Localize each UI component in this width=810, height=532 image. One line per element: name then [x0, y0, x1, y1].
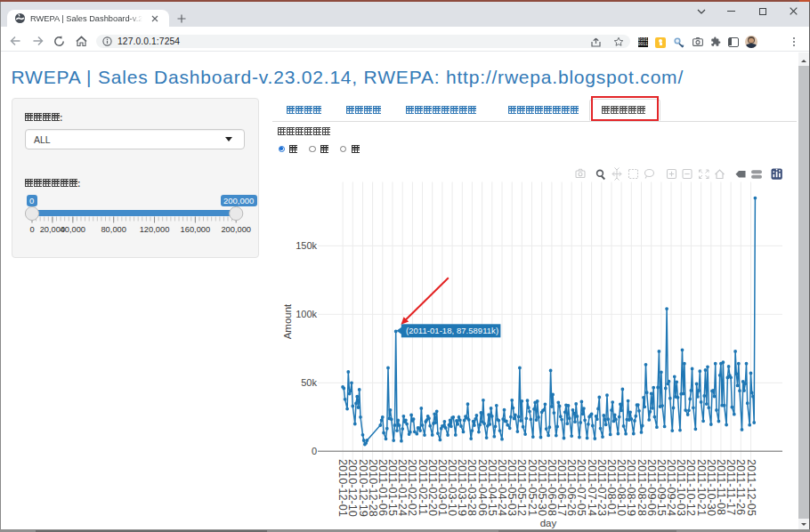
svg-text:150k: 150k [296, 240, 317, 251]
svg-text:100k: 100k [296, 309, 317, 319]
svg-text:(2011-01-18, 87.58911k): (2011-01-18, 87.58911k) [406, 326, 498, 335]
svg-text:2011-12-05: 2011-12-05 [745, 459, 757, 516]
svg-text:day: day [540, 518, 557, 528]
svg-text:Amount: Amount [282, 303, 293, 339]
svg-text:0: 0 [312, 446, 317, 456]
svg-text:50k: 50k [301, 377, 317, 388]
